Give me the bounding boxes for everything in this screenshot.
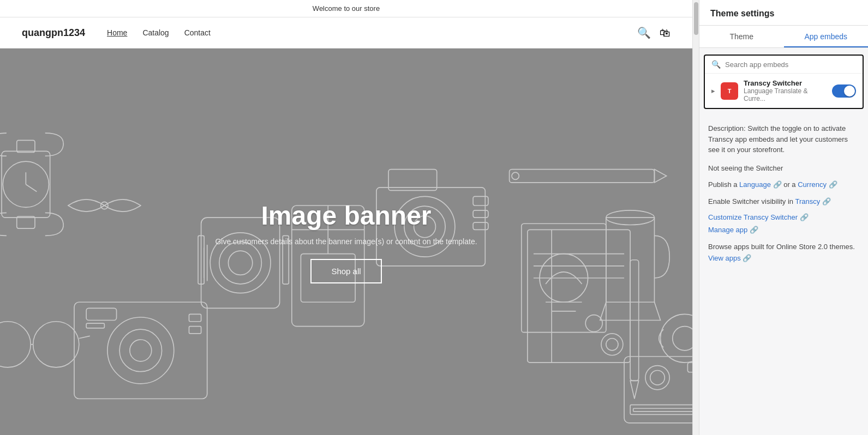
search-icon[interactable]: 🔍 [637,26,651,39]
embed-item-name: Transcy Switcher [744,79,827,87]
nav-contact[interactable]: Contact [184,28,211,37]
store-preview: Welcome to our store quangpn1234 Home Ca… [0,0,692,435]
nav-home[interactable]: Home [107,28,127,37]
panel-highlighted-section: 🔍 ▸ T Transcy Switcher Language Translat… [704,55,864,109]
search-icon: 🔍 [711,60,721,69]
embed-item-info: Transcy Switcher Language Translate & Cu… [744,79,827,102]
embed-item-subtitle: Language Translate & Curre... [744,87,827,102]
svg-point-7 [0,322,31,367]
tab-theme[interactable]: Theme [699,26,784,47]
svg-line-3 [26,184,37,191]
svg-point-58 [645,366,669,390]
announcement-text: Welcome to our store [313,4,380,13]
hero-subtitle: Give customers details about the banner … [215,237,477,246]
not-seeing-text: Not seeing the Switcher [708,164,783,172]
svg-rect-19 [86,323,104,328]
nav-catalog[interactable]: Catalog [142,28,169,37]
svg-point-42 [512,172,519,179]
panel-description: Description: Switch the toggle on to act… [699,116,868,271]
publish-prefix: Publish a [708,180,737,189]
browse-section: Browse apps built for Online Store 2.0 t… [708,241,859,264]
svg-point-56 [673,327,692,351]
svg-point-14 [119,329,162,372]
panel-tabs: Theme App embeds [699,26,868,48]
svg-rect-60 [630,405,692,415]
theme-settings-panel: Theme settings Theme App embeds 🔍 ▸ T Tr… [699,0,868,435]
svg-rect-4 [17,140,35,152]
svg-point-59 [650,370,665,385]
publish-or: or a [783,180,795,189]
shop-all-button[interactable]: Shop all [310,259,381,283]
embed-item-transcy: ▸ T Transcy Switcher Language Translate … [705,74,863,108]
search-app-embeds-input[interactable] [725,61,856,69]
not-seeing-section: Not seeing the Switcher [708,163,859,174]
svg-point-8 [33,322,79,367]
hero-content: Image banner Give customers details abou… [215,201,477,283]
publish-section: Publish a Language 🔗 or a Currency 🔗 [708,179,859,191]
svg-point-15 [130,340,152,361]
view-apps-link[interactable]: View apps 🔗 [708,254,751,262]
description-text: Description: Switch the toggle on to act… [708,123,859,155]
store-hero: Image banner Give customers details abou… [0,49,692,435]
store-nav: Home Catalog Contact [107,28,637,37]
svg-point-65 [585,315,602,332]
svg-marker-41 [654,170,666,183]
hero-title: Image banner [215,201,477,231]
chevron-right-icon: ▸ [711,87,715,95]
transcy-icon: T [721,82,738,100]
svg-rect-16 [86,308,116,320]
transcy-link[interactable]: Transcy 🔗 [795,197,830,206]
svg-rect-12 [74,302,207,398]
language-link[interactable]: Language 🔗 [739,180,783,189]
browse-prefix: Browse apps built for Online Store 2.0 t… [708,243,855,251]
svg-point-63 [601,334,623,355]
cart-icon[interactable]: 🛍 [660,27,671,39]
svg-rect-18 [189,327,201,334]
scrollbar-thumb[interactable] [694,2,698,35]
manage-app-link[interactable]: Manage app 🔗 [708,226,859,234]
customize-transcy-link[interactable]: Customize Transcy Switcher 🔗 [708,213,859,221]
svg-marker-49 [630,380,639,398]
currency-link[interactable]: Currency 🔗 [798,180,837,189]
toggle-knob [844,86,855,96]
tab-app-embeds[interactable]: App embeds [784,26,869,47]
svg-rect-5 [17,216,35,228]
store-logo: quangpn1234 [22,27,85,39]
search-embed-bar: 🔍 [705,56,863,74]
store-header: quangpn1234 Home Catalog Contact 🔍 🛍 [0,17,692,49]
panel-title: Theme settings [699,0,868,26]
svg-rect-62 [687,362,692,372]
svg-point-64 [606,339,618,351]
svg-rect-43 [528,229,630,362]
svg-point-13 [107,317,174,384]
enable-text: Enable Switcher visibility in [708,197,793,206]
store-header-icons: 🔍 🛍 [637,26,671,39]
scrollbar-track [692,0,699,435]
enable-section: Enable Switcher visibility in Transcy 🔗 [708,196,859,208]
transcy-toggle[interactable] [832,84,856,98]
svg-line-11 [79,336,90,338]
svg-rect-40 [510,170,655,183]
svg-point-55 [661,314,692,362]
svg-rect-61 [633,408,692,412]
announcement-bar: Welcome to our store [0,0,692,17]
svg-rect-17 [189,314,201,321]
